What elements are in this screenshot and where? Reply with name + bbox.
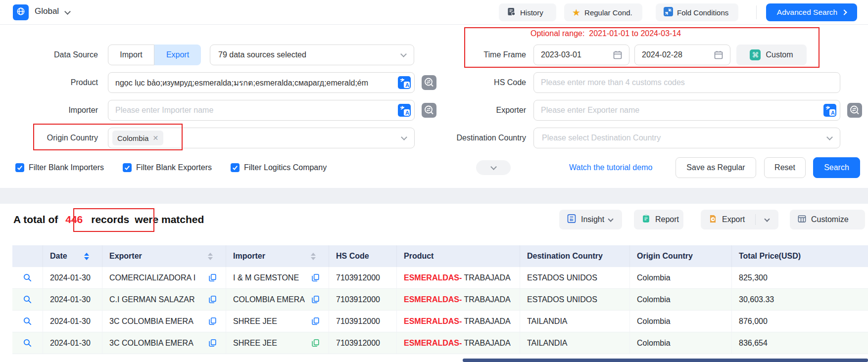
checkbox-checked-icon[interactable] xyxy=(231,163,240,172)
filter-checkbox-row: Filter Blank ImportersFilter Blank Expor… xyxy=(15,163,327,172)
product-input[interactable] xyxy=(108,72,415,93)
sort-icon[interactable] xyxy=(311,253,316,260)
copy-icon[interactable] xyxy=(311,339,320,347)
chevron-down-icon[interactable] xyxy=(765,216,770,222)
copy-icon[interactable] xyxy=(208,273,217,282)
regular-cond-button[interactable]: ★ Regular Cond. xyxy=(564,3,642,21)
save-as-regular-button[interactable]: Save as Regular xyxy=(675,157,756,178)
hs-code-cell: 7103912000 xyxy=(329,311,397,332)
copy-icon[interactable] xyxy=(311,273,320,282)
summary-count: 446 xyxy=(65,214,83,226)
destination-country-select[interactable]: Please select Destination Country xyxy=(533,128,840,148)
hs-code-input[interactable] xyxy=(533,72,840,93)
magnifier-icon[interactable] xyxy=(23,338,32,348)
customize-button[interactable]: Customize xyxy=(790,210,865,229)
bi-insight-icon: BI xyxy=(567,214,577,226)
column-header-date[interactable]: Date xyxy=(43,245,102,267)
custom-range-button[interactable]: ⌘ Custom xyxy=(736,45,807,65)
fold-conditions-button[interactable]: Fold Conditions xyxy=(656,3,738,21)
fold-conditions-label: Fold Conditions xyxy=(677,8,728,17)
copy-icon[interactable] xyxy=(311,295,320,304)
results-summary: A total of 446 records were matched xyxy=(13,214,204,226)
magnifier-icon[interactable] xyxy=(23,273,32,282)
advanced-search-button[interactable]: Advanced Search xyxy=(766,3,857,21)
collapse-conditions-button[interactable] xyxy=(476,160,511,175)
date-cell-text: 2024-01-30 xyxy=(50,317,91,326)
column-header-exporter[interactable]: Exporter xyxy=(102,245,226,267)
importer-input[interactable] xyxy=(108,100,415,121)
product-rest-text: TRABAJADA xyxy=(462,317,510,326)
origin-country-label: Origin Country xyxy=(0,128,98,148)
checkbox-filter-logitics-company[interactable]: Filter Logitics Company xyxy=(231,163,327,172)
report-button[interactable]: Report xyxy=(634,210,683,229)
checkbox-checked-icon[interactable] xyxy=(15,163,24,172)
column-header-total-price-usd: Total Price(USD) xyxy=(732,245,868,267)
origin-country-tag: Colombia ✕ xyxy=(112,131,163,145)
destination-country-cell-text: TAILANDIA xyxy=(527,339,568,348)
copy-icon[interactable] xyxy=(208,295,217,304)
chevron-right-icon xyxy=(842,9,847,15)
column-header-origin-country: Origin Country xyxy=(630,245,732,267)
total-price-cell: 825,300 xyxy=(732,267,868,288)
checkbox-label: Filter Blank Exporters xyxy=(136,163,212,172)
date-cell-text: 2024-01-30 xyxy=(50,339,91,348)
hs-code-cell-text: 7103912000 xyxy=(336,339,380,348)
export-split-button[interactable]: Export xyxy=(701,210,778,229)
search-button[interactable]: Search xyxy=(813,157,860,178)
column-header-importer[interactable]: Importer xyxy=(226,245,329,267)
report-label: Report xyxy=(655,215,679,224)
insight-button[interactable]: BI Insight xyxy=(559,210,622,229)
importer-cell: COLOMBIA EMERA xyxy=(226,289,329,310)
remove-tag-icon[interactable]: ✕ xyxy=(152,134,158,142)
row-detail-cell xyxy=(12,267,43,288)
origin-country-cell-text: Colombia xyxy=(637,295,671,304)
column-label: Total Price(USD) xyxy=(739,252,801,261)
destination-country-cell-text: ESTADOS UNIDOS xyxy=(527,295,597,304)
copy-icon[interactable] xyxy=(311,317,320,325)
exporter-input[interactable] xyxy=(533,100,840,121)
magnifier-icon[interactable] xyxy=(23,295,32,304)
tutorial-demo-link[interactable]: Watch the tutorial demo xyxy=(569,163,652,172)
origin-country-select[interactable]: Colombia ✕ xyxy=(108,128,415,148)
region-selector-label[interactable]: Global xyxy=(35,6,59,16)
checkbox-filter-blank-exporters[interactable]: Filter Blank Exporters xyxy=(123,163,212,172)
checkbox-label: Filter Logitics Company xyxy=(244,163,327,172)
calendar-icon[interactable] xyxy=(613,50,623,60)
product-rest-text: TRABAJADA xyxy=(462,339,510,348)
column-label: Destination Country xyxy=(527,252,603,261)
origin-country-tag-label: Colombia xyxy=(117,134,148,142)
column-label: HS Code xyxy=(336,252,369,261)
insight-label: Insight xyxy=(581,215,604,224)
date-cell-text: 2024-01-30 xyxy=(50,273,91,282)
translate-icon[interactable]: A xyxy=(823,104,836,117)
sort-icon[interactable] xyxy=(84,253,89,260)
row-detail-cell xyxy=(12,289,43,310)
column-label: Importer xyxy=(233,252,265,261)
app-logo[interactable] xyxy=(13,4,29,20)
export-toggle-button[interactable]: Export xyxy=(154,45,201,65)
exporter-cell-text: C.I GERMAN SALAZAR xyxy=(109,295,194,304)
fuzzy-match-icon[interactable] xyxy=(847,103,862,118)
copy-icon[interactable] xyxy=(208,339,217,347)
date-cell: 2024-01-30 xyxy=(43,289,102,310)
exporter-cell-text: COMERCIALIZADORA I xyxy=(109,273,195,282)
history-button[interactable]: History xyxy=(499,3,556,21)
sort-icon[interactable] xyxy=(208,253,213,260)
row-detail-cell xyxy=(12,311,43,332)
calendar-icon[interactable] xyxy=(714,50,723,60)
horizontal-scrollbar[interactable] xyxy=(463,359,868,362)
chevron-down-icon[interactable] xyxy=(64,8,71,15)
checkbox-checked-icon[interactable] xyxy=(123,163,132,172)
checkbox-filter-blank-importers[interactable]: Filter Blank Importers xyxy=(15,163,104,172)
exporter-cell-text: 3C COLOMBIA EMERA xyxy=(109,339,193,348)
magnifier-icon[interactable] xyxy=(23,317,32,326)
reset-button[interactable]: Reset xyxy=(764,157,806,178)
hs-code-cell-text: 7103912000 xyxy=(336,295,380,304)
table-row: 2024-01-30C.I GERMAN SALAZARCOLOMBIA EME… xyxy=(12,289,868,311)
destination-country-cell: TAILANDIA xyxy=(520,311,630,332)
import-toggle-button[interactable]: Import xyxy=(108,45,154,65)
globe-icon xyxy=(16,7,25,18)
data-sources-select[interactable]: 79 data sources selected xyxy=(210,45,414,65)
copy-icon[interactable] xyxy=(208,317,217,325)
destination-country-placeholder: Please select Destination Country xyxy=(542,134,661,142)
